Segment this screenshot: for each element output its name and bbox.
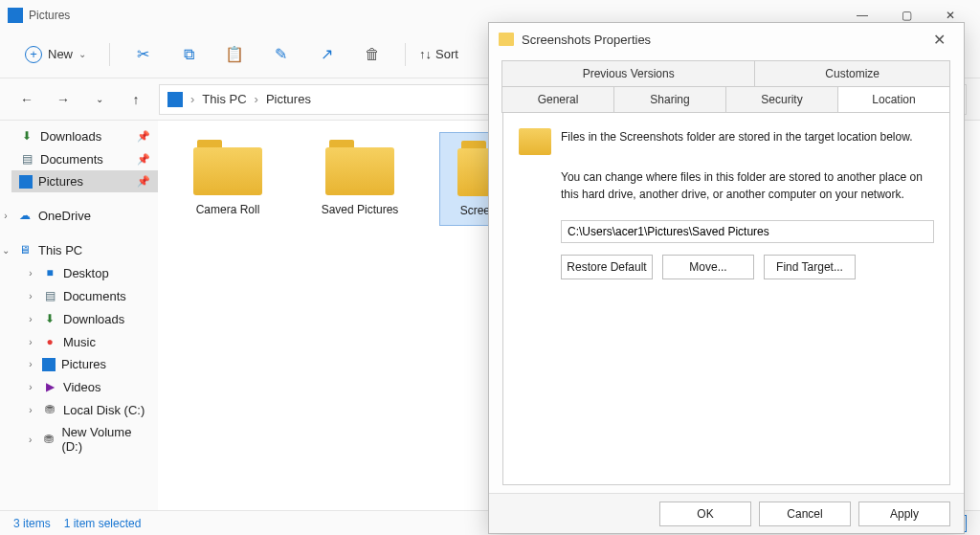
chevron-right-icon[interactable]: › bbox=[25, 359, 36, 369]
sidebar-item-label: Pictures bbox=[38, 174, 83, 189]
sidebar-item-pictures[interactable]: ›Pictures bbox=[29, 353, 158, 375]
sidebar-item-downloads[interactable]: ⬇ Downloads 📌 bbox=[11, 124, 158, 147]
folder-icon bbox=[499, 33, 514, 46]
sidebar-item-label: Documents bbox=[63, 289, 126, 303]
document-icon: ▤ bbox=[42, 288, 57, 303]
folder-icon bbox=[325, 140, 394, 195]
sidebar-item-new-volume-d[interactable]: ›⛃New Volume (D:) bbox=[29, 421, 158, 457]
sidebar-item-label: New Volume (D:) bbox=[61, 425, 150, 454]
document-icon: ▤ bbox=[19, 151, 34, 167]
picture-icon bbox=[42, 358, 56, 371]
chevron-right-icon[interactable]: › bbox=[25, 405, 36, 415]
share-icon[interactable]: ↗ bbox=[307, 35, 345, 74]
properties-dialog: Screenshots Properties ✕ Previous Versio… bbox=[488, 22, 965, 534]
new-button[interactable]: + New ⌄ bbox=[15, 42, 96, 67]
pin-icon: 📌 bbox=[137, 153, 150, 166]
disk-icon: ⛃ bbox=[42, 402, 57, 417]
sidebar-item-local-disk-c[interactable]: ›⛃Local Disk (C:) bbox=[29, 398, 158, 421]
tab-location[interactable]: Location bbox=[837, 86, 950, 113]
chevron-right-icon[interactable]: › bbox=[25, 337, 36, 347]
sort-icon: ↑↓ bbox=[419, 47, 432, 61]
recent-dropdown[interactable]: ⌄ bbox=[86, 86, 113, 113]
rename-icon[interactable]: ✎ bbox=[261, 35, 300, 74]
find-target-button[interactable]: Find Target... bbox=[764, 255, 856, 279]
folder-label: Camera Roll bbox=[183, 203, 273, 216]
separator bbox=[109, 43, 110, 66]
download-icon: ⬇ bbox=[42, 311, 57, 326]
folder-camera-roll[interactable]: Camera Roll bbox=[175, 132, 280, 224]
sidebar-item-documents[interactable]: ›▤Documents bbox=[29, 284, 158, 307]
sidebar-item-label: Desktop bbox=[63, 266, 109, 280]
close-button[interactable]: ✕ bbox=[924, 31, 954, 49]
folder-label: Saved Pictures bbox=[315, 203, 405, 216]
sidebar-item-pictures[interactable]: Pictures 📌 bbox=[11, 170, 158, 192]
tab-customize[interactable]: Customize bbox=[754, 60, 950, 87]
sidebar-item-label: Videos bbox=[63, 380, 101, 394]
pictures-app-icon bbox=[8, 8, 23, 23]
sidebar-item-label: Local Disk (C:) bbox=[63, 403, 145, 417]
delete-icon[interactable]: 🗑 bbox=[353, 35, 391, 74]
tab-body-location: Files in the Screenshots folder are stor… bbox=[502, 112, 950, 485]
paste-icon[interactable]: 📋 bbox=[215, 35, 254, 74]
dialog-tabs: Previous Versions Customize General Shar… bbox=[489, 56, 964, 113]
breadcrumb-item[interactable]: This PC bbox=[202, 92, 246, 106]
folder-icon bbox=[519, 128, 551, 155]
location-path-input[interactable] bbox=[561, 220, 934, 243]
music-icon: ● bbox=[42, 334, 57, 349]
download-icon: ⬇ bbox=[19, 128, 34, 144]
chevron-right-icon[interactable]: › bbox=[0, 211, 11, 221]
pin-icon: 📌 bbox=[137, 130, 150, 143]
selection-count: 1 item selected bbox=[64, 517, 142, 530]
sidebar-item-label: Downloads bbox=[63, 312, 124, 326]
chevron-right-icon[interactable]: › bbox=[25, 268, 36, 279]
sidebar-item-label: OneDrive bbox=[38, 209, 91, 223]
chevron-right-icon[interactable]: › bbox=[25, 314, 36, 324]
tab-general[interactable]: General bbox=[501, 86, 614, 113]
pin-icon: 📌 bbox=[137, 175, 150, 188]
chevron-right-icon[interactable]: › bbox=[25, 435, 35, 445]
ok-button[interactable]: OK bbox=[659, 502, 751, 526]
breadcrumb-item[interactable]: Pictures bbox=[266, 92, 311, 106]
thispc-icon: 🖥 bbox=[17, 242, 33, 257]
location-description-1: Files in the Screenshots folder are stor… bbox=[561, 128, 913, 155]
cut-icon[interactable]: ✂ bbox=[123, 35, 162, 74]
sidebar-item-music[interactable]: ›●Music bbox=[29, 330, 158, 353]
chevron-down-icon[interactable]: ⌄ bbox=[0, 245, 11, 256]
forward-button[interactable]: → bbox=[50, 86, 77, 113]
back-button[interactable]: ← bbox=[13, 86, 40, 113]
picture-icon bbox=[19, 175, 33, 189]
sidebar-item-documents[interactable]: ▤ Documents 📌 bbox=[11, 147, 158, 170]
sidebar-item-onedrive[interactable]: › ☁ OneDrive bbox=[4, 204, 158, 227]
sidebar-item-downloads[interactable]: ›⬇Downloads bbox=[29, 307, 158, 330]
apply-button[interactable]: Apply bbox=[858, 502, 950, 526]
copy-icon[interactable]: ⧉ bbox=[169, 35, 208, 74]
plus-icon: + bbox=[25, 46, 42, 63]
new-label: New bbox=[48, 47, 73, 61]
sidebar-item-label: Documents bbox=[40, 152, 103, 167]
sidebar-item-desktop[interactable]: ›■Desktop bbox=[29, 261, 158, 284]
item-count: 3 items bbox=[13, 517, 51, 530]
move-button[interactable]: Move... bbox=[662, 255, 754, 279]
breadcrumb-separator: › bbox=[255, 92, 258, 106]
tab-sharing[interactable]: Sharing bbox=[613, 86, 726, 113]
sort-button[interactable]: ↑↓ Sort bbox=[419, 47, 458, 61]
location-description-2: You can change where files in this folde… bbox=[561, 168, 934, 203]
sidebar-item-thispc[interactable]: ⌄ 🖥 This PC bbox=[4, 238, 158, 261]
dialog-titlebar: Screenshots Properties ✕ bbox=[489, 23, 964, 56]
dialog-title: Screenshots Properties bbox=[522, 33, 924, 47]
restore-default-button[interactable]: Restore Default bbox=[561, 255, 653, 279]
up-button[interactable]: ↑ bbox=[122, 86, 149, 113]
dialog-buttons: OK Cancel Apply bbox=[489, 493, 964, 533]
sidebar-item-label: Music bbox=[63, 335, 96, 349]
sidebar-item-videos[interactable]: ›▶Videos bbox=[29, 375, 158, 398]
chevron-right-icon[interactable]: › bbox=[25, 382, 36, 392]
sidebar: ⬇ Downloads 📌 ▤ Documents 📌 Pictures 📌 ›… bbox=[0, 121, 158, 510]
chevron-right-icon[interactable]: › bbox=[25, 291, 36, 301]
tab-previous-versions[interactable]: Previous Versions bbox=[501, 60, 755, 87]
folder-saved-pictures[interactable]: Saved Pictures bbox=[307, 132, 412, 224]
tab-security[interactable]: Security bbox=[725, 86, 838, 113]
cancel-button[interactable]: Cancel bbox=[759, 502, 851, 526]
folder-icon bbox=[193, 140, 262, 195]
video-icon: ▶ bbox=[42, 379, 57, 394]
window-title: Pictures bbox=[29, 9, 840, 22]
